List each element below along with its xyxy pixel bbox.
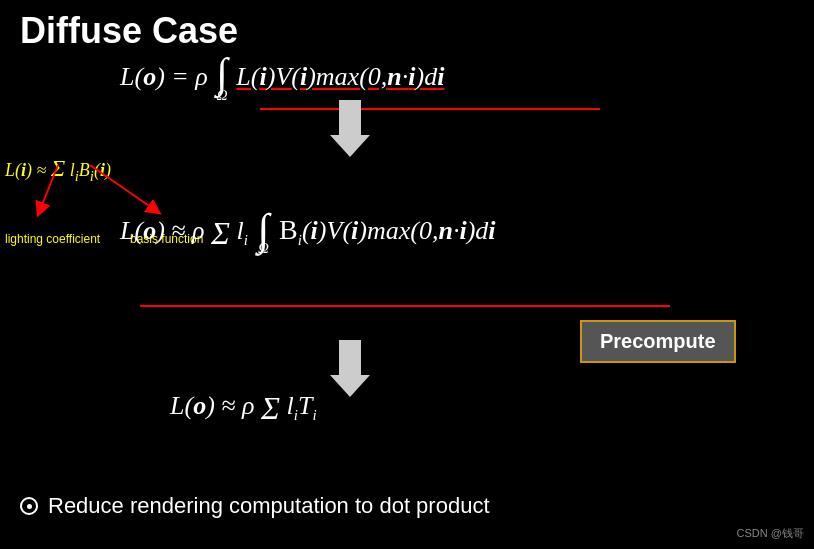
watermark: CSDN @钱哥 xyxy=(737,526,804,541)
slide-title: Diffuse Case xyxy=(20,10,238,52)
bullet-circle-icon xyxy=(20,497,38,515)
precompute-label: Precompute xyxy=(600,330,716,352)
bullet-item: Reduce rendering computation to dot prod… xyxy=(20,493,490,519)
equation-middle: L(o) ≈ ρ Σ li ∫ Ω Bi(i)V(i)max(0,n·i)di xyxy=(120,210,496,257)
equation-bottom: L(o) ≈ ρ Σ liTi xyxy=(170,390,317,427)
bullet-label: Reduce rendering computation to dot prod… xyxy=(48,493,490,519)
arrow-down-2 xyxy=(330,340,370,397)
arrow-down-1 xyxy=(330,100,370,157)
svg-line-1 xyxy=(90,165,155,210)
red-underline-top xyxy=(260,108,600,110)
red-underline-middle xyxy=(140,305,670,307)
precompute-box: Precompute xyxy=(580,320,736,363)
slide-container: Diffuse Case L(o) = ρ ∫ Ω L(i)V(i)max(0,… xyxy=(0,0,814,549)
bullet-dot-icon xyxy=(27,504,32,509)
equation-top: L(o) = ρ ∫ Ω L(i)V(i)max(0,n·i)di xyxy=(120,55,444,104)
annotation-lighting: lighting coefficient xyxy=(5,232,100,248)
svg-line-0 xyxy=(40,165,58,210)
